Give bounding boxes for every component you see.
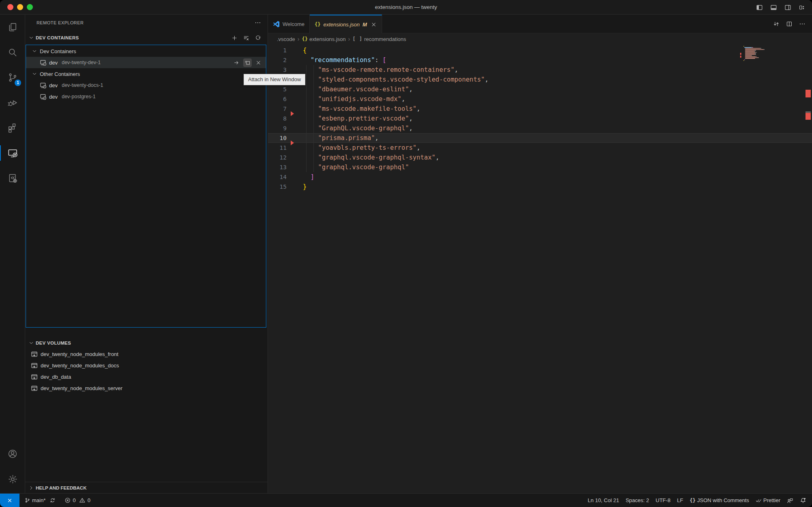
line-number: 3 <box>268 65 287 75</box>
container-icon <box>40 93 47 100</box>
code-line[interactable]: 3 "ms-vscode-remote.remote-containers", <box>268 65 812 75</box>
tab-extensions-json[interactable]: {}extensions.jsonM <box>310 15 382 33</box>
code-line[interactable]: 8 "esbenp.prettier-vscode", <box>268 114 812 123</box>
gutter <box>287 153 303 162</box>
toggle-panel-icon[interactable] <box>770 4 777 11</box>
code-line[interactable]: 13 "graphql.vscode-graphql" <box>268 162 812 172</box>
code-line[interactable]: 6 "unifiedjs.vscode-mdx", <box>268 94 812 104</box>
add-icon[interactable] <box>231 35 238 41</box>
volume-icon <box>31 385 38 392</box>
tree-group-row[interactable]: Dev Containers <box>26 45 266 57</box>
breadcrumb-item[interactable]: {}extensions.json <box>302 36 346 42</box>
gutter <box>287 104 303 114</box>
feedback-icon[interactable] <box>787 497 793 504</box>
sync-icon <box>50 497 56 503</box>
activity-bar-remote-explorer[interactable] <box>0 140 25 166</box>
gutter <box>287 133 303 143</box>
formatter-button[interactable]: Prettier <box>756 497 780 503</box>
container-row[interactable]: devdev-twenty-docs-1 <box>26 80 266 91</box>
code-line[interactable]: 11 "yoavbls.pretty-ts-errors", <box>268 143 812 153</box>
line-number: 9 <box>268 123 287 133</box>
tree-group-row[interactable]: Other Containers <box>26 68 266 80</box>
customize-layout-icon[interactable] <box>799 4 806 11</box>
problems-button[interactable]: 0 0 <box>65 497 90 503</box>
attach-new-window-icon[interactable] <box>243 58 252 67</box>
code-text: } <box>303 182 307 192</box>
gutter <box>287 182 303 192</box>
minimap-red-marker <box>740 53 741 55</box>
code-line[interactable]: 4 "styled-components.vscode-styled-compo… <box>268 75 812 84</box>
code-editor[interactable]: 1{2 "recommendations": [3 "ms-vscode-rem… <box>268 45 812 493</box>
section-dev-volumes-label: DEV VOLUMES <box>36 341 261 345</box>
gutter <box>287 94 303 104</box>
code-text: "yoavbls.pretty-ts-errors", <box>303 143 420 153</box>
overview-ruler[interactable] <box>804 15 812 493</box>
volume-row[interactable]: dev_twenty_node_modules_front <box>26 348 266 360</box>
code-text: "esbenp.prettier-vscode", <box>303 114 413 123</box>
tab-label: Welcome <box>283 21 304 27</box>
breadcrumb-label: .vscode <box>277 36 295 42</box>
toggle-secondary-sidebar-icon[interactable] <box>784 4 791 11</box>
gutter <box>287 84 303 94</box>
code-line[interactable]: 14 ] <box>268 172 812 182</box>
breadcrumb-item[interactable]: .vscode <box>277 36 295 42</box>
close-icon[interactable] <box>254 58 263 67</box>
cursor-position-button[interactable]: Ln 10, Col 21 <box>588 497 619 503</box>
volume-row[interactable]: dev_twenty_node_modules_server <box>26 382 266 394</box>
container-name: dev <box>49 60 58 66</box>
volume-name: dev_twenty_node_modules_server <box>41 385 123 391</box>
remote-indicator-button[interactable] <box>0 494 19 507</box>
code-line[interactable]: 2 "recommendations": [ <box>268 55 812 65</box>
open-changes-icon[interactable] <box>773 21 780 27</box>
section-dev-volumes[interactable]: DEV VOLUMES <box>25 336 268 350</box>
title-bar: extensions.json — twenty <box>0 0 812 15</box>
activity-bar-run-debug[interactable] <box>0 90 25 115</box>
clear-filter-icon[interactable] <box>243 35 249 41</box>
git-branch-button[interactable]: main* <box>24 497 56 503</box>
activity-bar-search[interactable] <box>0 40 25 65</box>
notifications-bell-icon[interactable] <box>800 497 806 504</box>
line-number: 5 <box>268 84 287 94</box>
code-text: "recommendations": [ <box>303 55 386 65</box>
line-number: 8 <box>268 114 287 123</box>
tree-group-label: Other Containers <box>40 71 80 77</box>
code-line[interactable]: 12 "graphql.vscode-graphql-syntax", <box>268 153 812 162</box>
breadcrumb-item[interactable]: [ ]recommendations <box>352 36 406 42</box>
activity-bar-container-settings[interactable] <box>0 166 25 191</box>
section-help-and-feedback[interactable]: HELP AND FEEDBACK <box>25 482 268 493</box>
activity-bar: 1 <box>0 15 25 493</box>
breadcrumb-separator: › <box>348 36 350 42</box>
activity-bar-extensions[interactable] <box>0 115 25 140</box>
json-icon: {} <box>302 36 307 42</box>
encoding-button[interactable]: UTF-8 <box>656 497 671 503</box>
activity-bar-source-control[interactable]: 1 <box>0 65 25 90</box>
code-line[interactable]: 10 "prisma.prisma", <box>268 133 812 143</box>
views-more-actions-icon[interactable] <box>255 19 261 26</box>
minimap-token <box>745 56 756 57</box>
section-dev-containers[interactable]: DEV CONTAINERS <box>25 31 268 45</box>
indentation-button[interactable]: Spaces: 2 <box>626 497 649 503</box>
eol-button[interactable]: LF <box>677 497 683 503</box>
activity-bar-settings-gear[interactable] <box>0 466 25 492</box>
code-line[interactable]: 9 "GraphQL.vscode-graphql", <box>268 123 812 133</box>
activity-bar-account[interactable] <box>0 441 25 466</box>
arrow-right-icon[interactable] <box>232 58 241 67</box>
tab-welcome[interactable]: Welcome <box>268 15 310 33</box>
tree-group-label: Dev Containers <box>40 48 76 54</box>
volume-row[interactable]: dev_twenty_node_modules_docs <box>26 360 266 371</box>
language-mode-button[interactable]: {} JSON with Comments <box>690 497 749 503</box>
container-row[interactable]: devdev-twenty-dev-1 <box>26 57 266 68</box>
code-line[interactable]: 15} <box>268 182 812 192</box>
volume-row[interactable]: dev_db_data <box>26 371 266 382</box>
split-editor-icon[interactable] <box>786 21 793 27</box>
code-line[interactable]: 5 "dbaeumer.vscode-eslint", <box>268 84 812 94</box>
gutter <box>287 45 303 55</box>
line-number: 15 <box>268 182 287 192</box>
toggle-primary-sidebar-icon[interactable] <box>756 4 763 11</box>
code-line[interactable]: 1{ <box>268 45 812 55</box>
code-line[interactable]: 7 "ms-vscode.makefile-tools", <box>268 104 812 114</box>
close-tab-icon[interactable] <box>371 22 377 28</box>
activity-bar-explorer[interactable] <box>0 15 25 40</box>
container-row[interactable]: devdev-postgres-1 <box>26 91 266 102</box>
refresh-icon[interactable] <box>255 35 261 41</box>
